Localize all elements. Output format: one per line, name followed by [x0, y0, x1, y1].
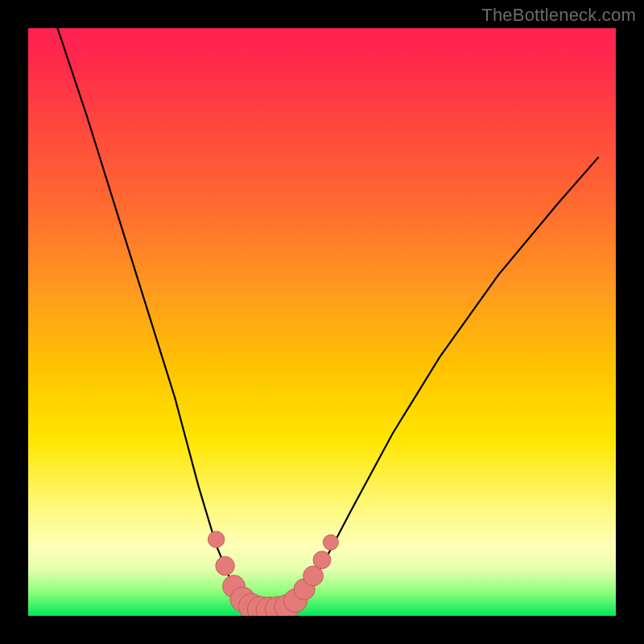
curve-marker: [313, 551, 331, 569]
watermark-text: TheBottleneck.com: [481, 5, 636, 26]
curve-markers: [208, 531, 338, 616]
plot-area: [28, 28, 616, 616]
chart-svg: [28, 28, 616, 616]
curve-marker: [216, 556, 234, 575]
curve-marker: [208, 531, 224, 547]
bottleneck-curve: [58, 28, 599, 610]
chart-frame: TheBottleneck.com: [0, 0, 644, 644]
curve-marker: [323, 535, 338, 550]
